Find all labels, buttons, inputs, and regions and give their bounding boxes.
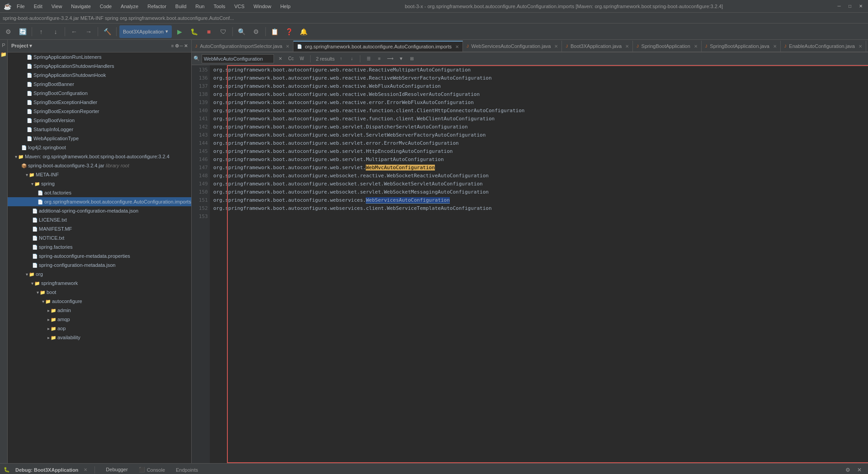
menu-run[interactable]: Run xyxy=(193,3,206,10)
tree-item-spring-config-metadata[interactable]: 📄 spring-configuration-metadata.json xyxy=(8,261,191,270)
menu-analyze[interactable]: Analyze xyxy=(119,3,140,10)
debug-close-all[interactable]: ✕ xyxy=(854,465,864,474)
tree-item-autoconfigure[interactable]: ▾ 📁 autoconfigure xyxy=(8,297,191,306)
toolbar-sync[interactable]: 🔄 xyxy=(16,25,29,38)
menu-build[interactable]: Build xyxy=(174,3,188,10)
tab-close[interactable]: ✕ xyxy=(554,44,558,49)
menu-file[interactable]: File xyxy=(15,3,27,10)
search-filter[interactable]: ⊞ xyxy=(407,54,416,63)
tree-item-spring-boot-config[interactable]: 📄 SpringBootConfiguration xyxy=(8,89,191,98)
tree-item-startup-info-logger[interactable]: 📄 StartupInfoLogger xyxy=(8,125,191,134)
tree-item-license[interactable]: 📄 LICENSE.txt xyxy=(8,215,191,224)
tree-item-manifest[interactable]: 📄 MANIFEST.MF xyxy=(8,224,191,233)
project-header-close[interactable]: ✕ xyxy=(184,43,188,48)
debug-tab-console[interactable]: ⬛ Console xyxy=(135,465,169,474)
toolbar-settings[interactable]: ⚙ xyxy=(2,25,14,38)
search-opt2[interactable]: ≡ xyxy=(375,54,384,63)
run-button[interactable]: ▶ xyxy=(174,25,186,38)
toolbar-up[interactable]: ↑ xyxy=(35,25,47,38)
project-header-icon2[interactable]: ⚙ xyxy=(175,43,179,48)
menu-tools[interactable]: Tools xyxy=(212,3,227,10)
search-opt4[interactable]: ▼ xyxy=(396,54,406,63)
stop-button[interactable]: ■ xyxy=(203,25,215,38)
menu-refactor[interactable]: Refactor xyxy=(146,3,168,10)
tree-item-spring-boot-banner[interactable]: 📄 SpringBootBanner xyxy=(8,80,191,89)
tree-item-notice[interactable]: 📄 NOTICE.txt xyxy=(8,233,191,242)
tree-item-auto-config-imports[interactable]: 📄 org.springframework.boot.autoconfigure… xyxy=(8,197,191,206)
tree-item-admin[interactable]: ▸ 📁 admin xyxy=(8,306,191,315)
search-close-btn[interactable]: ✕ xyxy=(276,54,285,63)
toolbar-build[interactable]: 🔨 xyxy=(101,25,113,38)
close-button[interactable]: ✕ xyxy=(857,3,864,10)
editor-tab-boot3x-app[interactable]: JBoot3XApplication.java✕ xyxy=(562,41,633,52)
tree-item-aot-factories[interactable]: 📄 aot.factories xyxy=(8,188,191,197)
editor-tab-auto-config-imports-file[interactable]: 📄org.springframework.boot.autoconfigure.… xyxy=(293,41,463,52)
toolbar-help[interactable]: ❓ xyxy=(283,25,296,38)
editor-tab-web-services-auto-config[interactable]: JWebServicesAutoConfiguration.java✕ xyxy=(463,41,562,52)
tree-item-spring-boot-version[interactable]: 📄 SpringBootVersion xyxy=(8,116,191,125)
tree-item-org[interactable]: ▾ 📁 org xyxy=(8,270,191,279)
tree-item-spring-folder[interactable]: ▾ 📁 spring xyxy=(8,179,191,188)
toolbar-search[interactable]: 🔍 xyxy=(236,25,248,38)
debug-tab-debugger[interactable]: Debugger xyxy=(102,465,131,474)
coverage-button[interactable]: 🛡 xyxy=(217,25,230,38)
toolbar-settings2[interactable]: ⚙ xyxy=(250,25,263,38)
tree-item-spring-app-shutdown-hook[interactable]: 📄 SpringApplicationShutdownHook xyxy=(8,71,191,80)
tab-close[interactable]: ✕ xyxy=(455,44,459,49)
search-input[interactable] xyxy=(202,54,274,63)
search-opt1[interactable]: ☰ xyxy=(364,54,373,63)
tree-item-spring-auto-config-metadata[interactable]: 📄 spring-autoconfigure-metadata.properti… xyxy=(8,251,191,261)
project-header-icon1[interactable]: ≡ xyxy=(171,43,174,48)
debug-tab-endpoints[interactable]: Endpoints xyxy=(172,465,202,474)
tree-item-aop[interactable]: ▸ 📁 aop xyxy=(8,324,191,333)
tab-close[interactable]: ✕ xyxy=(859,44,862,49)
maximize-button[interactable]: □ xyxy=(846,3,854,10)
tree-item-spring-app-shutdown-handlers[interactable]: 📄 SpringApplicationShutdownHandlers xyxy=(8,62,191,71)
tree-item-springframework[interactable]: ▾ 📁 springframework xyxy=(8,279,191,288)
debug-settings[interactable]: ⚙ xyxy=(843,465,853,474)
tree-item-maven-spring-boot-autoconfigure[interactable]: ▾ 📁 Maven: org.springframework.boot:spri… xyxy=(8,152,191,161)
tree-item-boot[interactable]: ▾ 📁 boot xyxy=(8,288,191,297)
menu-view[interactable]: View xyxy=(50,3,64,10)
toolbar-back[interactable]: ← xyxy=(68,25,80,38)
search-prev[interactable]: ↑ xyxy=(336,54,345,63)
project-header-collapse[interactable]: ─ xyxy=(180,43,183,48)
code-content[interactable]: org.springframework.boot.autoconfigure.w… xyxy=(210,65,868,463)
menu-window[interactable]: Window xyxy=(252,3,273,10)
tree-item-log4j2-springboot[interactable]: 📄 log4j2.springboot xyxy=(8,143,191,152)
search-next[interactable]: ↓ xyxy=(347,54,356,63)
toolbar-vcs[interactable]: 📋 xyxy=(269,25,281,38)
tree-item-meta-inf[interactable]: ▾ 📁 META-INF xyxy=(8,170,191,179)
editor-tab-auto-config-import-selector[interactable]: JAutoConfigurationImportSelector.java✕ xyxy=(192,41,294,52)
left-icon2[interactable]: 📁 xyxy=(0,51,7,58)
tab-close[interactable]: ✕ xyxy=(286,44,289,49)
menu-help[interactable]: Help xyxy=(278,3,292,10)
toolbar-down[interactable]: ↓ xyxy=(49,25,62,38)
tab-close[interactable]: ✕ xyxy=(694,44,698,49)
editor-tab-import-java[interactable]: JImport.java✕ xyxy=(866,41,868,52)
tree-item-spring-boot-exception-reporter[interactable]: 📄 SpringBootExceptionReporter xyxy=(8,107,191,116)
menu-navigate[interactable]: Navigate xyxy=(69,3,92,10)
tab-close[interactable]: ✕ xyxy=(625,44,629,49)
minimize-button[interactable]: ─ xyxy=(835,3,843,10)
tree-item-spring-boot-exception-handler[interactable]: 📄 SpringBootExceptionHandler xyxy=(8,98,191,107)
menu-edit[interactable]: Edit xyxy=(32,3,44,10)
tree-item-spring-factories[interactable]: 📄 spring.factories xyxy=(8,242,191,251)
tree-item-spring-boot-autoconfigure-jar[interactable]: 📦 spring-boot-autoconfigure-3.2.4.jar li… xyxy=(8,161,191,170)
tree-item-web-app-type[interactable]: 📄 WebApplicationType xyxy=(8,134,191,143)
editor-tab-spring-boot-app-java[interactable]: JSpringBootApplication.java✕ xyxy=(702,41,781,52)
code-editor[interactable]: 1351361371381391401411421431441451461471… xyxy=(192,65,868,463)
menu-code[interactable]: Code xyxy=(98,3,113,10)
debug-title-close[interactable]: ✕ xyxy=(84,467,87,472)
tab-close[interactable]: ✕ xyxy=(773,44,777,49)
tree-item-spring-app-run-listeners[interactable]: 📄 SpringApplicationRunListeners xyxy=(8,52,191,62)
project-sidebar-icon[interactable]: P xyxy=(0,42,7,49)
search-opt3[interactable]: ⟶ xyxy=(386,54,395,63)
editor-tab-spring-boot-app[interactable]: JSpringBootApplication✕ xyxy=(633,41,702,52)
run-config-selector[interactable]: Boot3XApplication ▾ xyxy=(119,25,172,38)
debug-run-button[interactable]: 🐛 xyxy=(188,25,201,38)
toolbar-notifications[interactable]: 🔔 xyxy=(297,25,310,38)
search-cc[interactable]: Cc xyxy=(287,54,296,63)
tree-item-availability[interactable]: ▸ 📁 availability xyxy=(8,333,191,342)
tree-item-amqp[interactable]: ▸ 📁 amqp xyxy=(8,315,191,324)
